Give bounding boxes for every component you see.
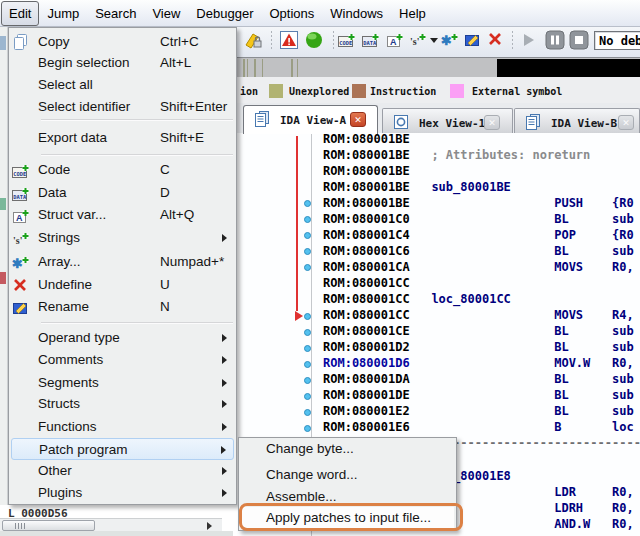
disasm-line: ROM:080001BE ; Attributes: noreturn (323, 148, 590, 164)
scrollbar-right-arrow[interactable] (207, 522, 212, 530)
menu-item-label: Select identifier (38, 99, 130, 114)
submenu-arrow-icon (221, 446, 226, 454)
menu-item-shortcut: Alt+Q (160, 207, 194, 222)
menu-item-struct-var[interactable]: AStruct var...Alt+Q (11, 204, 234, 226)
svg-text:CODE: CODE (339, 40, 352, 46)
menubar-item-windows[interactable]: Windows (322, 1, 391, 26)
address-dot (304, 409, 311, 416)
menu-item-plugins[interactable]: Plugins (11, 482, 234, 504)
menubar-item-help[interactable]: Help (391, 1, 434, 26)
menu-item-select-all[interactable]: Select all (11, 74, 234, 96)
rename-icon[interactable] (464, 30, 484, 50)
tab-label: Hex View-1 (419, 117, 485, 130)
menu-item-comments[interactable]: Comments (11, 349, 234, 371)
menubar-item-debugger[interactable]: Debugger (188, 1, 261, 26)
svg-text:DATA: DATA (13, 193, 27, 199)
navigation-band[interactable] (237, 57, 640, 78)
submenu-arrow-icon (222, 467, 227, 475)
menu-item-label: Rename (38, 299, 89, 314)
menu-item-label: Select all (38, 77, 93, 92)
strings-plus-icon: 's' (12, 229, 30, 247)
menu-item-code[interactable]: CODECodeC (11, 159, 234, 181)
structvar-plus-icon[interactable]: A (386, 30, 406, 50)
tab-label: IDA View-B (551, 117, 617, 130)
menu-item-patch-program[interactable]: Patch program (11, 438, 234, 460)
menu-item-shortcut: D (160, 185, 170, 200)
disasm-line: ROM:080001CE BL sub (323, 324, 634, 340)
code-plus-icon[interactable]: CODE (338, 30, 358, 50)
undefine-icon (12, 276, 30, 294)
menu-item-begin-selection[interactable]: Begin selectionAlt+L (11, 52, 234, 74)
flow-arrow-line (296, 136, 298, 311)
menu-item-array[interactable]: ✱Array...Numpad+* (11, 251, 234, 273)
tab-ida-view-b[interactable]: IDA View-B✕ (514, 108, 640, 133)
menu-item-label: Structs (38, 396, 80, 411)
menu-item-shortcut: Alt+L (160, 55, 191, 70)
disasm-line: ROM:080001DA BL sub (323, 372, 634, 388)
stop-icon[interactable] (569, 30, 589, 50)
address-dot (304, 345, 311, 352)
address-dot (304, 393, 311, 400)
data-plus-icon: DATA (12, 184, 30, 202)
tab-close-icon[interactable]: ✕ (618, 115, 634, 130)
menu-item-export-data[interactable]: Export dataShift+E (11, 127, 234, 149)
legend-swatch (269, 84, 283, 98)
menu-item-select-identifier[interactable]: Select identifierShift+Enter (11, 96, 234, 118)
menu-item-label: Plugins (38, 485, 82, 500)
menu-item-operand-type[interactable]: Operand type (11, 327, 234, 349)
menu-item-functions[interactable]: Functions (11, 416, 234, 438)
address-dot (304, 248, 311, 255)
address-dot (304, 232, 311, 239)
address-dot (304, 425, 311, 432)
menu-item-copy[interactable]: CopyCtrl+C (11, 31, 234, 53)
menu-item-data[interactable]: DATADataD (11, 182, 234, 204)
submenu-item-change-word[interactable]: Change word... (241, 464, 454, 486)
menu-item-other[interactable]: Other (11, 460, 234, 482)
data-plus-icon[interactable]: DATA (362, 30, 382, 50)
marker-lock-icon[interactable] (243, 30, 263, 50)
menu-item-rename[interactable]: RenameN (11, 296, 234, 318)
menu-item-strings[interactable]: 's'Strings (11, 227, 234, 249)
tab-label: IDA View-A (280, 114, 346, 127)
scrollbar-thumb[interactable] (2, 520, 95, 531)
menu-item-segments[interactable]: Segments (11, 372, 234, 394)
flow-arrow-head (295, 311, 303, 321)
strings-plus-icon[interactable]: 's' (409, 30, 429, 50)
navband-stripe (262, 59, 263, 78)
play-icon[interactable] (519, 30, 539, 50)
structvar-plus-icon: A (12, 206, 30, 224)
menu-item-undefine[interactable]: UndefineU (11, 274, 234, 296)
menu-item-label: Code (38, 162, 70, 177)
address-dot (304, 200, 311, 207)
warning-icon[interactable] (279, 30, 299, 50)
menu-item-label: Begin selection (38, 55, 130, 70)
address-dot (304, 361, 311, 368)
pause-icon[interactable] (545, 30, 565, 50)
tab-hex-view-1[interactable]: Hex View-1✕ (382, 108, 513, 133)
menubar-item-view[interactable]: View (144, 1, 188, 26)
navband-black-region (497, 59, 640, 78)
tab-ida-view-a[interactable]: IDA View-A✕ (243, 105, 378, 134)
array-plus-icon[interactable]: ✱ (441, 30, 461, 50)
address-dot (304, 264, 311, 271)
tab-close-icon[interactable]: ✕ (350, 112, 366, 127)
menubar-item-options[interactable]: Options (261, 1, 322, 26)
tab-close-icon[interactable]: ✕ (484, 115, 500, 130)
disasm-line: ROM:080001BE (323, 164, 410, 180)
green-sphere-icon[interactable] (304, 30, 324, 50)
menubar-item-jump[interactable]: Jump (39, 1, 87, 26)
menu-item-label: Export data (38, 130, 107, 145)
svg-text:A: A (16, 213, 23, 223)
debugger-selector[interactable]: No debu (594, 31, 640, 50)
menu-item-structs[interactable]: Structs (11, 393, 234, 415)
horizontal-scrollbar[interactable] (0, 518, 222, 532)
menubar-item-edit[interactable]: Edit (1, 1, 39, 26)
menubar-item-search[interactable]: Search (87, 1, 144, 26)
menu-item-label: Strings (38, 230, 80, 245)
copy-icon (12, 33, 30, 51)
annotation-highlight-box (239, 503, 463, 531)
submenu-item-change-byte[interactable]: Change byte... (241, 438, 454, 460)
undefine-icon[interactable] (487, 30, 507, 50)
submenu-arrow-icon (222, 356, 227, 364)
navband-stripe (247, 59, 248, 78)
